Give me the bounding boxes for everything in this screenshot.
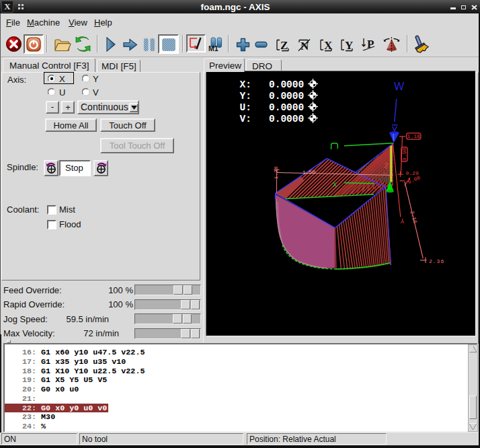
svg-text:Z: Z	[280, 39, 288, 52]
svg-text:1.50: 1.50	[303, 169, 316, 176]
svg-text:2.36: 2.36	[429, 258, 444, 264]
svg-text:P: P	[367, 38, 374, 50]
svg-text:Y: 0.0000: Y: 0.0000	[240, 91, 305, 102]
svg-text:X: 0.0000: X: 0.0000	[240, 79, 305, 90]
svg-text:V: 0.0000: V: 0.0000	[240, 114, 305, 124]
svg-text:U: 0.0000: U: 0.0000	[240, 102, 305, 113]
svg-text:Y: Y	[400, 217, 404, 224]
svg-text:N: N	[301, 40, 309, 52]
svg-text:X: X	[324, 39, 333, 52]
svg-text:X: X	[333, 181, 337, 189]
svg-text:W: W	[394, 81, 405, 92]
svg-text:0.98: 0.98	[401, 147, 407, 160]
svg-text:Y: Y	[345, 39, 353, 52]
svg-text:1.18: 1.18	[407, 133, 420, 139]
svg-text:M1: M1	[208, 44, 218, 52]
